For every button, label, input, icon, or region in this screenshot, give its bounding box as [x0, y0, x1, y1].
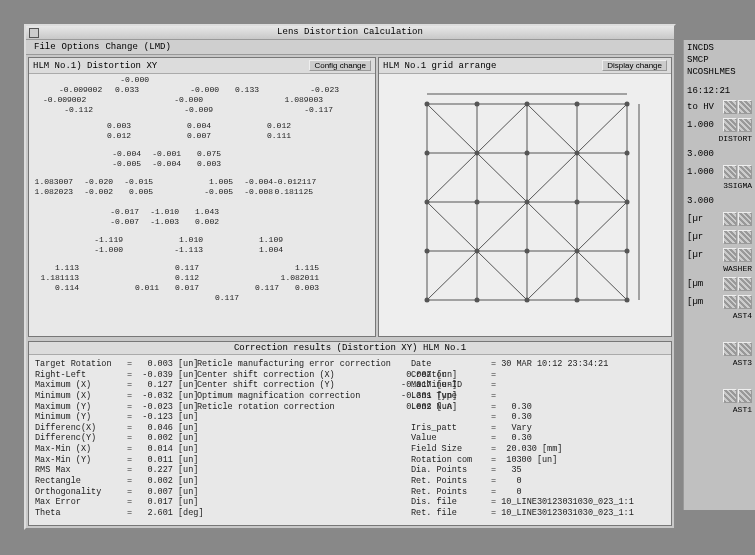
- svg-point-27: [525, 200, 530, 205]
- swatch-icon[interactable]: [723, 100, 737, 114]
- sysmenu-icon[interactable]: [29, 28, 39, 38]
- swatch-icon[interactable]: [723, 212, 737, 226]
- results-panel: Correction results (Distortion XY) HLM N…: [28, 341, 672, 526]
- distortion-value-row: 1.1811130.1121.082011: [39, 274, 319, 282]
- distortion-value-row: -0.112-0.009-0.117: [53, 106, 333, 114]
- distortion-value-row: -0.0090020.033-0.0000.133-0.023: [59, 86, 339, 94]
- swatch-icon[interactable]: [738, 100, 752, 114]
- side-group-label: 1.000: [687, 167, 714, 177]
- window-title: Lens Distortion Calculation: [277, 27, 423, 37]
- results-col-right-labels: Date Creator Machine-ID Lens Type Lens N…: [411, 359, 491, 521]
- side-group: 1.000: [687, 163, 752, 181]
- side-group-label: [µm: [687, 279, 703, 289]
- svg-point-15: [425, 102, 430, 107]
- menubar: File Options Change (LMD): [26, 40, 674, 55]
- side-clock: 16:12:21: [687, 86, 752, 97]
- distortion-value-row: -1.000-1.1131.004: [83, 246, 283, 254]
- distortion-value-row: -0.005-0.0040.003: [101, 160, 221, 168]
- side-group: [µm: [687, 275, 752, 293]
- swatch-icon[interactable]: [723, 342, 737, 356]
- distortion-grid: -0.000-0.0090020.033-0.0000.133-0.023-0.…: [29, 74, 375, 336]
- side-group: [687, 322, 752, 340]
- distortion-value-row: 0.117: [199, 294, 239, 302]
- side-sub-label: DISTORT: [687, 134, 752, 145]
- svg-point-28: [575, 200, 580, 205]
- swatch-icon[interactable]: [723, 248, 737, 262]
- results-col-labels: Target Rotation Right-Left Maximum (X) M…: [35, 359, 127, 521]
- svg-point-16: [475, 102, 480, 107]
- side-group: [687, 340, 752, 358]
- swatch-icon[interactable]: [723, 389, 737, 403]
- side-group-label: to HV: [687, 102, 714, 112]
- distortion-value-row: 1.083007-0.020-0.0151.005-0.004-0.012117: [33, 178, 313, 186]
- swatch-icon[interactable]: [738, 342, 752, 356]
- svg-point-18: [575, 102, 580, 107]
- side-sub-label: AST4: [687, 311, 752, 322]
- swatch-icon[interactable]: [738, 248, 752, 262]
- distortion-value-row: 1.082023-0.0020.005-0.005-0.0080.181125: [33, 188, 313, 196]
- distortion-value-row: -0.000: [109, 76, 149, 84]
- side-group: 3.000: [687, 192, 752, 210]
- svg-point-26: [475, 200, 480, 205]
- grid-panel-title: HLM No.1 grid arrange: [383, 61, 496, 71]
- config-change-button[interactable]: Config change: [309, 60, 371, 71]
- swatch-icon[interactable]: [723, 230, 737, 244]
- side-sub-label: AST3: [687, 358, 752, 369]
- swatch-icon[interactable]: [723, 165, 737, 179]
- side-group: [µm: [687, 293, 752, 311]
- side-sub-label: 3SIGMA: [687, 181, 752, 192]
- menu-file[interactable]: File: [34, 42, 56, 52]
- side-group: 1.000: [687, 116, 752, 134]
- side-group: to HV: [687, 98, 752, 116]
- menu-lmd[interactable]: (LMD): [144, 42, 171, 52]
- svg-point-22: [525, 151, 530, 156]
- swatch-icon[interactable]: [738, 118, 752, 132]
- side-sub-label: AST1: [687, 405, 752, 416]
- swatch-icon[interactable]: [738, 389, 752, 403]
- swatch-icon[interactable]: [738, 230, 752, 244]
- svg-point-36: [475, 298, 480, 303]
- display-change-button[interactable]: Display change: [602, 60, 667, 71]
- svg-point-34: [625, 249, 630, 254]
- swatch-icon[interactable]: [723, 277, 737, 291]
- svg-point-25: [425, 200, 430, 205]
- distortion-value-row: -1.1191.0101.109: [83, 236, 283, 244]
- grid-panel-head: HLM No.1 grid arrange Display change: [379, 58, 671, 74]
- distortion-panel: HLM No.1) Distortion XY Config change -0…: [28, 57, 376, 337]
- titlebar: Lens Distortion Calculation: [26, 26, 674, 40]
- side-lbl-1: INCDS: [687, 43, 752, 54]
- swatch-icon[interactable]: [723, 118, 737, 132]
- svg-point-37: [525, 298, 530, 303]
- swatch-icon[interactable]: [723, 295, 737, 309]
- svg-point-35: [425, 298, 430, 303]
- svg-point-29: [625, 200, 630, 205]
- distortion-value-row: 0.1140.0110.0170.1170.003: [39, 284, 319, 292]
- side-group-label: [µr: [687, 232, 703, 242]
- swatch-icon[interactable]: [738, 295, 752, 309]
- side-group: [µr: [687, 210, 752, 228]
- swatch-icon[interactable]: [738, 165, 752, 179]
- distortion-value-row: -0.017-1.0101.043: [99, 208, 219, 216]
- side-group: [µr: [687, 246, 752, 264]
- distortion-value-row: 0.0030.0040.012: [91, 122, 291, 130]
- distortion-value-row: 1.1130.1171.115: [39, 264, 319, 272]
- main-window: Lens Distortion Calculation File Options…: [24, 24, 676, 530]
- swatch-icon[interactable]: [738, 212, 752, 226]
- side-group-label: 3.000: [687, 196, 714, 206]
- swatch-icon[interactable]: [738, 277, 752, 291]
- svg-point-33: [575, 249, 580, 254]
- svg-point-30: [425, 249, 430, 254]
- content-top: HLM No.1) Distortion XY Config change -0…: [26, 55, 674, 339]
- grid-panel: HLM No.1 grid arrange Display change: [378, 57, 672, 337]
- results-col-right-values: = 30 MAR 10:12 23:34:21 = = = = 0.30 = 0…: [491, 359, 665, 521]
- svg-point-32: [525, 249, 530, 254]
- distortion-panel-title: HLM No.1) Distortion XY: [33, 61, 157, 71]
- side-strip: INCDS SMCP NCOSHLMES 16:12:21 to HV1.000…: [683, 40, 755, 510]
- side-group-label: [µm: [687, 297, 703, 307]
- menu-change[interactable]: Change: [105, 42, 137, 52]
- side-group-label: [µr: [687, 214, 703, 224]
- grid-plot: [379, 74, 671, 336]
- svg-point-21: [475, 151, 480, 156]
- menu-options[interactable]: Options: [62, 42, 100, 52]
- svg-point-23: [575, 151, 580, 156]
